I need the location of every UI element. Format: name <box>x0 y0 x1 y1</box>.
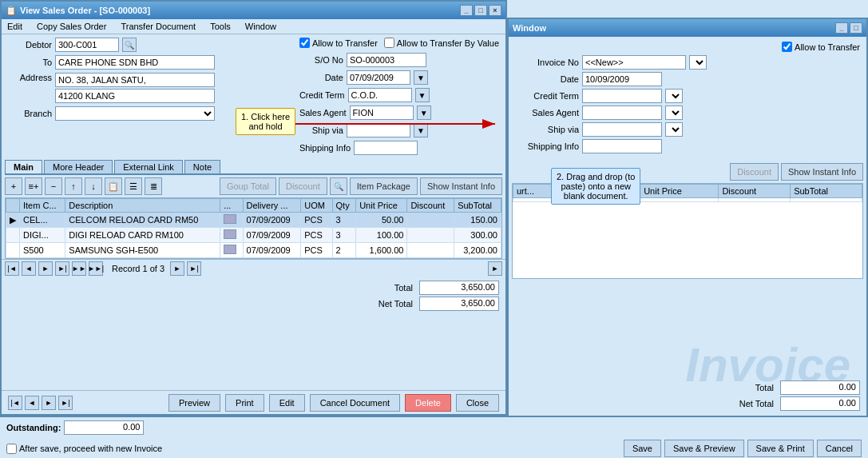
right-ship-via-select[interactable]: ▼ <box>665 122 683 137</box>
item-package-button[interactable]: Item Package <box>350 177 418 195</box>
col-header-uom[interactable]: UOM <box>301 199 332 213</box>
col-header-subtotal[interactable]: SubTotal <box>454 199 501 213</box>
dots-cell[interactable] <box>220 243 243 258</box>
menu-window[interactable]: Window <box>243 21 279 32</box>
cancel-document-button[interactable]: Cancel Document <box>310 394 400 412</box>
right-allow-transfer-label[interactable]: Allow to Transfer <box>782 42 860 52</box>
prev-page-button[interactable]: ◄ <box>22 261 36 276</box>
right-credit-term-select[interactable]: ▼ <box>665 89 683 103</box>
pager-more2[interactable]: ►►| <box>89 261 103 276</box>
nav-last[interactable]: ►| <box>58 396 73 410</box>
right-col-subtotal[interactable]: SubTotal <box>791 185 862 198</box>
right-col-discount[interactable]: Discount <box>719 185 791 198</box>
tab-more-header[interactable]: More Header <box>44 160 113 173</box>
right-date-input[interactable] <box>582 72 662 86</box>
table-row[interactable]: DIGI... DIGI RELOAD CARD RM100 07/09/200… <box>6 228 501 243</box>
pager-last-btn[interactable]: ►| <box>187 261 201 276</box>
right-sales-agent-select[interactable]: ▼ <box>665 106 683 120</box>
after-save-checkbox[interactable] <box>6 444 17 454</box>
ship-via-picker[interactable]: ▼ <box>414 123 428 137</box>
edit-button[interactable]: Edit <box>269 394 305 412</box>
right-show-instant-info-button[interactable]: Show Instant Info <box>781 163 863 181</box>
right-maximize-button[interactable]: □ <box>850 22 862 34</box>
insert-row-button[interactable]: ≡+ <box>25 177 42 195</box>
save-print-button[interactable]: Save & Print <box>747 440 814 457</box>
credit-term-input[interactable] <box>348 88 412 102</box>
allow-transfer-by-value-label[interactable]: Allow to Transfer By Value <box>384 38 499 48</box>
allow-transfer-checkbox[interactable] <box>299 38 310 48</box>
pager-more1[interactable]: ►► <box>72 261 86 276</box>
col-header-item-code[interactable]: Item C... <box>20 199 65 213</box>
date-picker-button[interactable]: ▼ <box>414 70 428 85</box>
last-page-button[interactable]: ►| <box>55 261 69 276</box>
save-button[interactable]: Save <box>624 440 661 457</box>
list2-button[interactable]: ≣ <box>145 177 162 195</box>
copy-button[interactable]: 📋 <box>105 177 122 195</box>
tab-external-link[interactable]: External Link <box>114 160 183 173</box>
menu-copy-sales-order[interactable]: Copy Sales Order <box>34 21 109 32</box>
nav-first[interactable]: |◄ <box>8 396 22 410</box>
col-header-description[interactable]: Description <box>65 199 220 213</box>
minimize-button[interactable]: _ <box>460 5 473 16</box>
right-minimize-button[interactable]: _ <box>835 22 848 34</box>
col-header-unit-price[interactable]: Unit Price <box>356 199 407 213</box>
shipping-info-input[interactable] <box>354 141 418 155</box>
allow-transfer-by-value-checkbox[interactable] <box>384 38 394 48</box>
address-line2[interactable] <box>55 89 215 103</box>
allow-transfer-checkbox-label[interactable]: Allow to Transfer <box>299 38 378 48</box>
col-header-qty[interactable]: Qty <box>332 199 356 213</box>
first-page-button[interactable]: |◄ <box>5 261 19 276</box>
sales-agent-input[interactable] <box>350 106 414 120</box>
date-input[interactable] <box>347 70 410 85</box>
address-line1[interactable] <box>55 73 215 87</box>
items-table-container[interactable]: Item C... Description ... Delivery ... U… <box>5 197 502 259</box>
credit-term-picker[interactable]: ▼ <box>415 88 430 102</box>
scroll-right-button[interactable]: ► <box>488 261 502 276</box>
maximize-button[interactable]: □ <box>474 5 487 16</box>
dots-cell[interactable] <box>220 228 243 243</box>
close-button-bottom[interactable]: Close <box>456 394 499 412</box>
right-col-urt[interactable]: urt... <box>513 185 557 198</box>
table-row[interactable]: S500 SAMSUNG SGH-E500 07/09/2009 PCS 2 1… <box>6 243 501 258</box>
show-instant-info-button[interactable]: Show Instant Info <box>420 177 502 195</box>
to-input[interactable] <box>55 55 215 70</box>
delete-button[interactable]: Delete <box>405 394 451 412</box>
branch-select[interactable] <box>55 106 215 121</box>
col-header-dots[interactable]: ... <box>220 199 243 213</box>
add-row-button[interactable]: + <box>5 177 22 195</box>
right-shipping-info-input[interactable] <box>582 139 662 153</box>
menu-transfer-document[interactable]: Transfer Document <box>118 21 198 32</box>
right-discount-button[interactable]: Discount <box>730 163 779 181</box>
group-total-button[interactable]: Goup Total <box>220 177 276 195</box>
move-up-button[interactable]: ↑ <box>65 177 82 195</box>
table-row[interactable]: ▶ CEL... CELCOM RELOAD CARD RM50 07/09/2… <box>6 213 501 228</box>
after-save-checkbox-label[interactable]: After save, proceed with new Invoice <box>6 444 162 454</box>
right-col-unit-price[interactable]: Unit Price <box>640 185 719 198</box>
list-button[interactable]: ☰ <box>125 177 142 195</box>
bottom-cancel-button[interactable]: Cancel <box>817 440 862 457</box>
nav-prev[interactable]: ◄ <box>25 396 39 410</box>
debtor-input[interactable] <box>55 38 119 52</box>
col-header-delivery[interactable]: Delivery ... <box>243 199 301 213</box>
delete-row-button[interactable]: − <box>45 177 62 195</box>
right-credit-term-input[interactable] <box>582 89 662 103</box>
menu-tools[interactable]: Tools <box>208 21 233 32</box>
pager-next-btn[interactable]: ► <box>170 261 184 276</box>
right-allow-transfer-checkbox[interactable] <box>782 42 792 52</box>
move-down-button[interactable]: ↓ <box>85 177 102 195</box>
invoice-no-input[interactable] <box>582 55 686 70</box>
close-button[interactable]: × <box>489 5 501 16</box>
nav-next[interactable]: ► <box>42 396 56 410</box>
discount-button[interactable]: Discount <box>279 177 327 195</box>
dots-cell[interactable] <box>220 213 243 228</box>
preview-button[interactable]: Preview <box>168 394 220 412</box>
tab-note[interactable]: Note <box>184 160 220 173</box>
save-preview-button[interactable]: Save & Preview <box>664 440 744 457</box>
right-sales-agent-input[interactable] <box>582 106 662 120</box>
col-header-discount[interactable]: Discount <box>407 199 454 213</box>
print-button[interactable]: Print <box>225 394 264 412</box>
menu-edit[interactable]: Edit <box>5 21 25 32</box>
invoice-no-select[interactable]: ▼ <box>689 55 707 70</box>
right-ship-via-input[interactable] <box>582 122 662 137</box>
sales-agent-picker[interactable]: ▼ <box>417 106 431 120</box>
